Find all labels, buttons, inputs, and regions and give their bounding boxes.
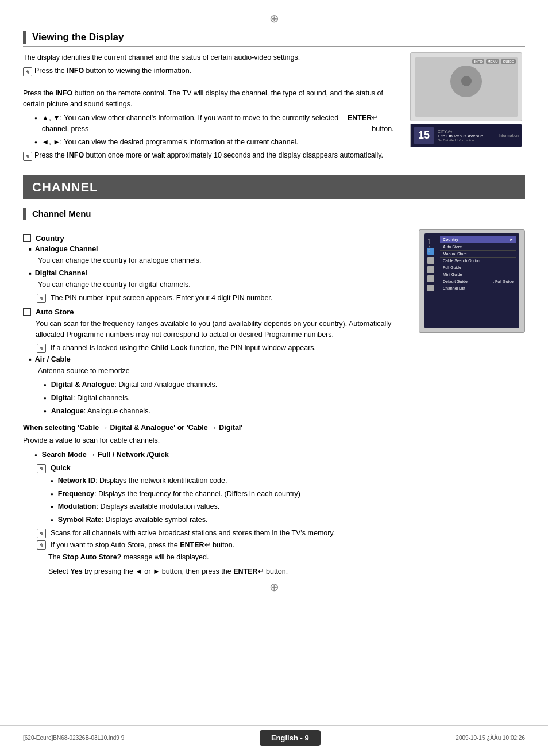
bullet-digital-analogue: Digital & Analogue: Digital and Analogue…	[44, 379, 407, 390]
country-title: Country	[36, 234, 64, 243]
default-guide-value: : Full Guide	[493, 279, 514, 283]
viewing-note2: ✎ Press the INFO button once more or wai…	[23, 151, 399, 161]
analogue-text: You can change the country for analogue …	[38, 255, 407, 266]
channel-header: CHANNEL	[23, 175, 525, 199]
viewing-intro-p2: Press the INFO button on the remote cont…	[23, 88, 399, 110]
menu-item-defaultguide: Default Guide : Full Guide	[440, 278, 516, 285]
info-btn: INFO	[472, 59, 484, 64]
menu-screenshot-area: Channel Country ► Auto Store Manual Stor…	[419, 229, 525, 581]
channel-name: CITY Av	[438, 129, 483, 133]
crosshair-symbol-bottom: ⊕	[269, 581, 279, 593]
scan-note: ✎ Scans for all channels with active bro…	[37, 529, 407, 538]
digital-channel-item: Digital Channel	[29, 269, 407, 277]
channel-menu-content: Country Analogue Channel You can change …	[23, 229, 525, 581]
select-msg: Select Yes by pressing the ◄ or ► button…	[48, 566, 407, 577]
menu-item-channellist: Channel List	[440, 285, 516, 291]
no-detail: No Detailed Information	[438, 139, 483, 142]
note-icon-digital: ✎	[37, 294, 46, 303]
tv-screenshot-area: INFO MENU GUIDE 15 CITY Av	[410, 52, 525, 164]
top-crosshair: ⊕	[23, 11, 525, 25]
program-name: Life On Venus Avenue	[438, 133, 483, 139]
auto-store-note-text: If a channel is locked using the Child L…	[51, 344, 316, 352]
footer-left: [620-Eeuro]BN68-02326B-03L10.ind9 9	[23, 735, 124, 741]
channel-number-display: 15	[414, 127, 434, 144]
auto-store-title: Auto Store	[36, 308, 74, 316]
bullet-symbol-rate: Symbol Rate: Displays available symbol r…	[51, 515, 407, 525]
note-icon-2: ✎	[23, 152, 32, 161]
quick-note-text: Quick	[51, 464, 71, 472]
subsection-title-bar	[23, 208, 26, 220]
section-title-bar	[23, 31, 26, 44]
viewing-section-header: Viewing the Display	[23, 31, 525, 47]
cable-heading: When selecting 'Cable → Digital & Analog…	[23, 423, 407, 433]
page-wrapper: ⊕ Viewing the Display The display identi…	[0, 0, 548, 756]
digital-text: You can change the country for digital c…	[38, 279, 407, 290]
cable-intro: Provide a value to scan for cable channe…	[23, 435, 407, 446]
analogue-channel-item: Analogue Channel	[29, 245, 407, 253]
tv-remote-image: INFO MENU GUIDE	[410, 52, 522, 121]
auto-store-text: You can scan for the frequency ranges av…	[36, 318, 407, 340]
note-icon-autostore: ✎	[37, 344, 46, 353]
sidebar-icon-4	[427, 275, 434, 282]
air-cable-title: Air / Cable	[35, 355, 71, 363]
quick-bullets: Network ID: Displays the network identif…	[51, 475, 407, 525]
dpad-center	[461, 76, 472, 86]
channel-menu-header: Channel Menu	[23, 208, 525, 222]
menu-screen: Channel Country ► Auto Store Manual Stor…	[424, 233, 519, 328]
viewing-intro-p1: The display identifies the current chann…	[23, 52, 399, 63]
stop-note: ✎ If you want to stop Auto Store, press …	[37, 540, 407, 550]
bullet-digital: Digital: Digital channels.	[44, 393, 407, 404]
viewing-bullets: ▲, ▼: You can view other channel's infor…	[34, 113, 399, 147]
remote-body: INFO MENU GUIDE	[415, 57, 518, 117]
sidebar-icon-2	[427, 257, 434, 264]
air-cable-text: Antenna source to memorize	[38, 366, 407, 377]
auto-store-category: Auto Store	[23, 308, 407, 316]
auto-store-note: ✎ If a channel is locked using the Child…	[37, 344, 407, 353]
digital-title: Digital Channel	[35, 269, 87, 277]
viewing-content-area: The display identifies the current chann…	[23, 52, 525, 164]
digital-note-text: The PIN number input screen appears. Ent…	[51, 294, 272, 302]
search-mode-list: Search Mode → Full / Network /Quick	[34, 450, 407, 460]
remote-buttons-row: INFO MENU GUIDE	[417, 59, 516, 64]
scan-note-text: Scans for all channels with active broad…	[51, 529, 335, 537]
viewing-note1: ✎ Press the INFO button to viewing the i…	[23, 67, 399, 76]
bullet-frequency: Frequency: Displays the frequency for th…	[51, 489, 407, 500]
stop-msg: The Stop Auto Store? message will be dis…	[48, 552, 407, 563]
menu-sidebar-icons	[427, 248, 434, 291]
bullet-network-id: Network ID: Displays the network identif…	[51, 475, 407, 486]
footer-center-english: English - 9	[260, 730, 321, 746]
bullet-analogue: Analogue: Analogue channels.	[44, 406, 407, 417]
note-icon-scan: ✎	[37, 529, 46, 538]
bullet-item-1: ▲, ▼: You can view other channel's infor…	[34, 113, 399, 135]
viewing-section-title: Viewing the Display	[32, 32, 124, 43]
bullet-modulation: Modulation: Displays available modulatio…	[51, 501, 407, 512]
sidebar-icon-3	[427, 266, 434, 273]
tv-info-display: 15 CITY Av Life On Venus Avenue No Detai…	[410, 124, 522, 147]
crosshair-symbol-top: ⊕	[269, 12, 279, 25]
menu-item-fullguide: Full Guide	[440, 264, 516, 271]
footer-right: 2009-10-15 ¿ÀÀü 10:02:26	[456, 735, 525, 741]
menu-btn: MENU	[486, 59, 500, 64]
remote-dpad	[417, 66, 516, 97]
menu-item-country: Country ►	[440, 236, 516, 243]
viewing-note2-text: Press the INFO button once more or wait …	[34, 151, 383, 159]
sidebar-icon-5	[427, 285, 434, 291]
menu-item-miniguide: Mini Guide	[440, 271, 516, 278]
page-footer: [620-Eeuro]BN68-02326B-03L10.ind9 9 Engl…	[0, 725, 548, 750]
country-checkbox	[23, 234, 31, 242]
viewing-note1-text: Press the INFO button to viewing the inf…	[34, 67, 191, 75]
note-icon-quick: ✎	[37, 464, 46, 473]
air-cable-item: Air / Cable	[29, 355, 407, 363]
country-menu-label: Country	[443, 237, 458, 241]
bottom-crosshair: ⊕	[23, 580, 525, 594]
search-mode-item: Search Mode → Full / Network /Quick	[34, 450, 407, 460]
air-cable-bullets: Digital & Analogue: Digital and Analogue…	[44, 379, 407, 416]
auto-store-checkbox	[23, 308, 31, 316]
menu-item-cablesearch: Cable Search Option	[440, 258, 516, 264]
menu-item-autostore: Auto Store	[440, 244, 516, 251]
info-label: Information	[499, 133, 519, 137]
info-display-content: 15 CITY Av Life On Venus Avenue No Detai…	[414, 127, 519, 144]
bullet-item-2: ◄, ►: You can view the desired programme…	[34, 137, 399, 148]
digital-note: ✎ The PIN number input screen appears. E…	[37, 294, 407, 303]
viewing-text: The display identifies the current chann…	[23, 52, 399, 164]
